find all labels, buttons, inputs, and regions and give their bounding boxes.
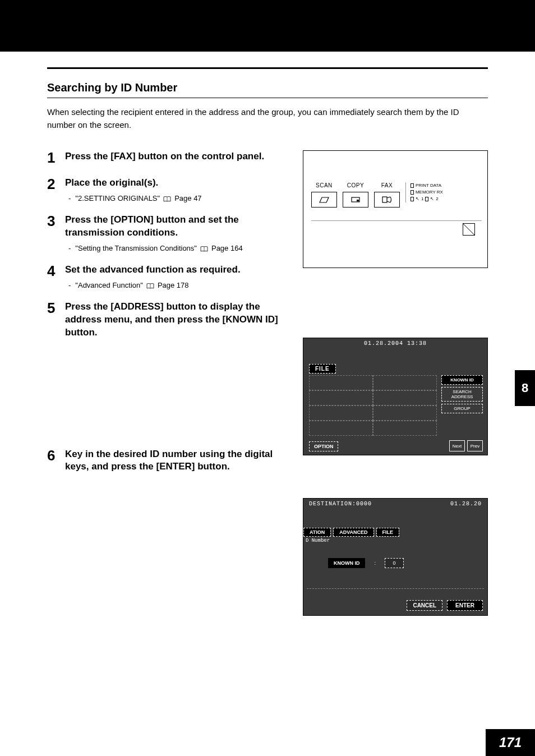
step-4: 4 Set the advanced function as required.… bbox=[47, 264, 290, 292]
step-5: 5 Press the [ADDRESS] button to display … bbox=[47, 301, 290, 344]
step-6: 6 Key in the desired ID number using the… bbox=[47, 448, 290, 478]
step-title: Press the [OPTION] button and set the tr… bbox=[65, 214, 290, 239]
panel-label-copy: COPY bbox=[347, 182, 364, 188]
separator: : bbox=[374, 560, 376, 566]
section-title: Searching by ID Number bbox=[47, 81, 488, 98]
figure-enter-id-screen: DESTINATION:0000 01.28.20 ATION ADVANCED… bbox=[303, 498, 488, 616]
diag-indicator bbox=[463, 223, 475, 236]
search-address-button[interactable]: SEARCH ADDRESS bbox=[441, 387, 483, 402]
step-title: Place the original(s). bbox=[65, 177, 290, 190]
phone-icon: ↖ bbox=[430, 196, 434, 202]
known-id-button[interactable]: KNOWN ID bbox=[441, 375, 483, 385]
step-number: 3 bbox=[47, 214, 59, 255]
destination-label: DESTINATION:0000 bbox=[309, 501, 372, 507]
step-1: 1 Press the [FAX] button on the control … bbox=[47, 150, 290, 168]
next-button[interactable]: Next bbox=[449, 440, 465, 451]
step-title: Key in the desired ID number using the d… bbox=[65, 448, 290, 474]
step-number: 4 bbox=[47, 264, 59, 292]
tab-advanced[interactable]: ADVANCED bbox=[333, 528, 373, 537]
ref-text: "Setting the Transmission Conditions" bbox=[75, 244, 197, 252]
option-button[interactable]: OPTION bbox=[309, 441, 339, 451]
screen-datetime: 01.28.2004 13:38 bbox=[307, 340, 484, 347]
ref-text: "Advanced Function" bbox=[75, 281, 143, 289]
figure-control-panel: SCAN COPY FAX bbox=[303, 150, 488, 268]
step-number: 5 bbox=[47, 301, 59, 344]
fax-button[interactable] bbox=[374, 192, 400, 208]
panel-label-fax: FAX bbox=[381, 182, 393, 188]
svg-rect-5 bbox=[382, 197, 387, 202]
id-number-label: D Number bbox=[306, 538, 330, 543]
book-icon bbox=[163, 195, 171, 201]
step-title: Set the advanced function as required. bbox=[65, 264, 290, 276]
book-icon bbox=[200, 245, 208, 251]
id-value[interactable]: 0 bbox=[385, 558, 404, 568]
hr-thick bbox=[47, 67, 488, 69]
ref-text: "2.SETTING ORIGINALS" bbox=[75, 194, 160, 202]
chapter-tab: 8 bbox=[515, 370, 535, 406]
step-2: 2 Place the original(s). - "2.SETTING OR… bbox=[47, 177, 290, 205]
tab-ation[interactable]: ATION bbox=[303, 528, 331, 537]
intro-text: When selecting the recipient entered in … bbox=[47, 106, 488, 131]
ref-page: Page 178 bbox=[158, 281, 189, 289]
step-title: Press the [ADDRESS] button to display th… bbox=[65, 301, 290, 339]
phone-icon: ↖ bbox=[416, 196, 419, 202]
ref-page: Page 47 bbox=[174, 194, 201, 202]
page-number: 171 bbox=[486, 729, 535, 756]
group-button[interactable]: GROUP bbox=[441, 404, 483, 413]
enter-button[interactable]: ENTER bbox=[447, 600, 483, 611]
step-number: 6 bbox=[47, 448, 59, 478]
step-title: Press the [FAX] button on the control pa… bbox=[65, 150, 290, 163]
dash: - bbox=[68, 281, 71, 289]
page-content: Searching by ID Number When selecting th… bbox=[0, 52, 535, 616]
panel-label-scan: SCAN bbox=[316, 182, 333, 188]
figure-address-screen: 01.28.2004 13:38 FILE KNOWN ID SEARCH AD… bbox=[303, 338, 488, 455]
svg-rect-4 bbox=[357, 200, 359, 201]
tab-file[interactable]: FILE bbox=[376, 528, 400, 537]
copy-button[interactable] bbox=[343, 192, 368, 208]
steps-column: 1 Press the [FAX] button on the control … bbox=[47, 150, 290, 616]
figures-column: SCAN COPY FAX bbox=[303, 150, 488, 616]
panel-status-leds: PRINT DATA MEMORY RX ↖1 ↖2 bbox=[405, 182, 443, 202]
step-3: 3 Press the [OPTION] button and set the … bbox=[47, 214, 290, 255]
status-print: PRINT DATA bbox=[416, 182, 441, 189]
book-icon bbox=[146, 282, 154, 288]
step-number: 2 bbox=[47, 177, 59, 205]
dash: - bbox=[68, 244, 71, 252]
known-id-label: KNOWN ID bbox=[328, 558, 366, 568]
date-label: 01.28.20 bbox=[450, 501, 482, 507]
address-grid bbox=[309, 375, 437, 436]
dash: - bbox=[68, 194, 71, 202]
prev-button[interactable]: Prev bbox=[467, 440, 483, 451]
file-tab[interactable]: FILE bbox=[309, 364, 336, 374]
ref-page: Page 164 bbox=[211, 244, 243, 252]
scan-button[interactable] bbox=[311, 192, 337, 208]
step-number: 1 bbox=[47, 150, 59, 168]
header-black-bar bbox=[0, 0, 535, 52]
status-memory: MEMORY RX bbox=[416, 189, 443, 196]
cancel-button[interactable]: CANCEL bbox=[407, 600, 442, 611]
